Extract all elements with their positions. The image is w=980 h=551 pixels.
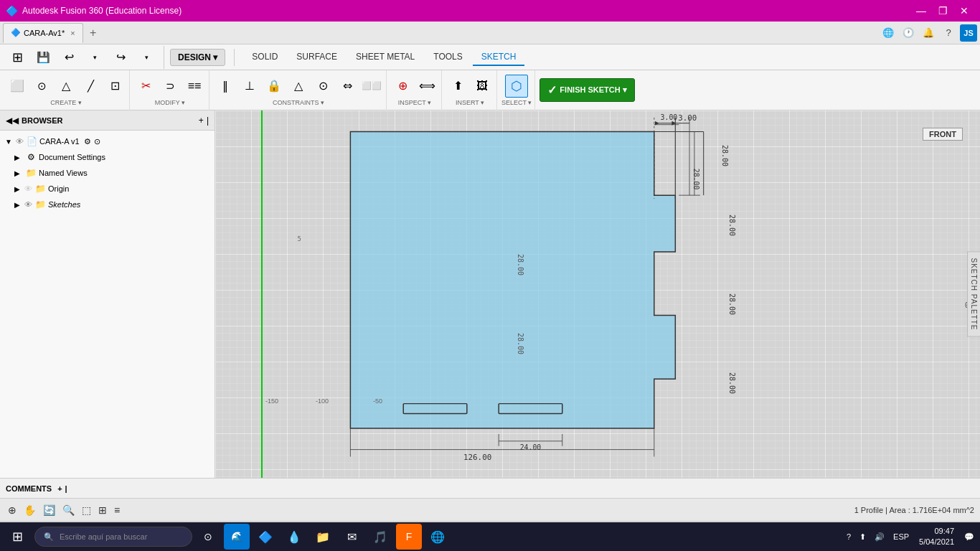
globe-icon[interactable]: 🌐 (880, 24, 897, 42)
sketches-expand-icon[interactable]: ▶ (11, 199, 23, 210)
status-hand-icon[interactable]: ✋ (22, 504, 38, 516)
parallel-constraint[interactable]: ‖ (214, 75, 237, 98)
canvas-area[interactable]: 3.00 3.00 28.00 (215, 110, 980, 478)
undo-dropdown[interactable]: ▾ (83, 46, 106, 69)
equal-constraint[interactable]: △ (287, 75, 310, 98)
taskbar-notification[interactable]: 💬 (961, 532, 977, 542)
start-button[interactable]: ⊞ (3, 524, 32, 550)
modify-label: MODIFY ▾ (155, 99, 185, 106)
point-tool[interactable]: ⊡ (103, 75, 126, 98)
origin-expand-icon[interactable]: ▶ (11, 183, 23, 194)
status-menu-icon[interactable]: ≡ (112, 504, 122, 516)
tree-document-settings[interactable]: ▶ ⚙ Document Settings (0, 149, 215, 165)
rectangle-tool[interactable]: ⬜ (6, 75, 29, 98)
status-table-icon[interactable]: ⊞ (96, 504, 109, 516)
search-bar[interactable]: 🔍 Escribe aquí para buscar (34, 527, 192, 547)
circle-tool[interactable]: ⊙ (30, 75, 53, 98)
redo-button[interactable]: ↪ (109, 46, 132, 69)
sketches-eye-icon[interactable]: 👁 (24, 200, 32, 209)
browser-panel: ◀◀ BROWSER + | ▼ 👁 📄 CARA-A v1 ⚙ ⊙ ▶ ⚙ D… (0, 110, 215, 478)
triangle-tool[interactable]: △ (55, 75, 77, 98)
clock-time: 09:47 (919, 526, 954, 537)
nav-tab-sketch[interactable]: SKETCH (473, 49, 525, 66)
undo-button[interactable]: ↩ (57, 46, 80, 69)
user-badge[interactable]: JS (960, 24, 977, 42)
taskbar-volume[interactable]: 🔊 (872, 532, 887, 542)
app-title: Autodesk Fusion 360 (Education License) (22, 6, 911, 16)
tab-close-button[interactable]: × (70, 29, 75, 37)
app-menu-button[interactable]: ⊞ (6, 46, 29, 69)
taskbar-language[interactable]: ESP (890, 532, 912, 541)
clock-icon[interactable]: 🕐 (900, 24, 917, 42)
trim-tool[interactable]: ✂ (134, 75, 157, 98)
taskbar-mail[interactable]: ✉ (339, 524, 364, 550)
taskbar-dropbox[interactable]: 💧 (281, 524, 307, 550)
help-icon[interactable]: ? (940, 24, 957, 42)
status-move-icon[interactable]: ⊕ (6, 504, 19, 516)
status-rotate-icon[interactable]: 🔄 (41, 504, 57, 516)
expand-icon[interactable]: ▼ (3, 136, 14, 147)
nav-tab-surface[interactable]: SURFACE (288, 49, 346, 66)
tab-right-icons: 🌐 🕐 🔔 ? JS (880, 24, 977, 42)
insert-image[interactable]: 🖼 (471, 75, 494, 98)
comments-collapse-icon[interactable]: | (65, 484, 67, 493)
tree-sketches[interactable]: ▶ 👁 📁 Sketches (0, 197, 215, 212)
taskbar-spotify[interactable]: 🎵 (367, 524, 393, 550)
mirror-tool[interactable]: ⇔ (336, 75, 359, 98)
new-tab-button[interactable]: + (85, 24, 102, 42)
tree-origin[interactable]: ▶ 👁 📁 Origin (0, 181, 215, 197)
inspect-icons: ⊕ ⟺ (391, 75, 438, 98)
bell-icon[interactable]: 🔔 (920, 24, 937, 42)
comments-add-icon[interactable]: + (57, 484, 62, 493)
browser-collapse-icon[interactable]: ◀◀ (6, 116, 19, 126)
browser-pin-icon[interactable]: | (207, 116, 209, 126)
active-tab[interactable]: 🔷 CARA-Av1* × (3, 23, 83, 43)
ellipse-tool[interactable]: ⊙ (311, 75, 334, 98)
minimize-button[interactable]: — (911, 3, 931, 19)
sketch-svg: 3.00 3.00 28.00 (215, 110, 980, 478)
taskbar-edge[interactable]: 🌊 (224, 524, 250, 550)
status-zoom-icon[interactable]: 🔍 (60, 504, 77, 516)
nav-tab-sheetmetal[interactable]: SHEET METAL (347, 49, 423, 66)
line-tool[interactable]: ╱ (79, 75, 102, 98)
inspect-tool[interactable]: ⊕ (391, 75, 414, 98)
origin-eye-icon[interactable]: 👁 (24, 184, 32, 193)
taskbar-office[interactable]: 🔷 (253, 524, 278, 550)
insert-dxf[interactable]: ⬆ (446, 75, 469, 98)
doc-expand-icon[interactable]: ▶ (11, 151, 23, 163)
tree-root-item[interactable]: ▼ 👁 📄 CARA-A v1 ⚙ ⊙ (0, 133, 215, 149)
close-button[interactable]: ✕ (954, 3, 974, 19)
taskbar-chrome[interactable]: 🌐 (425, 524, 451, 550)
taskbar-explorer[interactable]: 📁 (310, 524, 336, 550)
doc-settings-icon: ⚙ (24, 151, 37, 164)
nav-tab-tools[interactable]: TOOLS (425, 49, 471, 66)
item-options-icon[interactable]: ⚙ (84, 137, 91, 146)
taskbar-help[interactable]: ? (844, 532, 854, 541)
pattern-tool[interactable]: ≡≡ (183, 75, 206, 98)
eye-icon[interactable]: 👁 (16, 137, 24, 146)
perpendicular-constraint[interactable]: ⊥ (238, 75, 261, 98)
taskbar-fusion360[interactable]: F (396, 524, 422, 550)
save-button[interactable]: 💾 (32, 46, 55, 69)
redo-dropdown[interactable]: ▾ (135, 46, 158, 69)
extend-tool[interactable]: ⊃ (159, 75, 182, 98)
taskbar-update[interactable]: ⬆ (857, 532, 869, 542)
sketch-palette-tab[interactable]: SKETCH PALETTE (967, 251, 980, 336)
browser-add-icon[interactable]: + (199, 116, 204, 126)
lock-constraint[interactable]: 🔒 (263, 75, 286, 98)
finish-sketch-button[interactable]: ✓ FINISH SKETCH ▾ (540, 78, 634, 102)
taskbar-task-view[interactable]: ⊙ (195, 524, 221, 550)
symmetry-tool[interactable]: ⬜⬜ (360, 75, 383, 98)
measure-tool[interactable]: ⟺ (415, 75, 438, 98)
item-menu-icon[interactable]: ⊙ (94, 137, 100, 146)
design-dropdown-button[interactable]: DESIGN ▾ (170, 49, 225, 66)
status-grid-icon[interactable]: ⬚ (80, 504, 93, 516)
tree-named-views[interactable]: ▶ 📁 Named Views (0, 165, 215, 181)
inspect-group: ⊕ ⟺ INSPECT ▾ (388, 70, 442, 110)
svg-text:24.00: 24.00 (520, 443, 542, 451)
nav-tab-solid[interactable]: SOLID (243, 49, 286, 66)
named-views-expand-icon[interactable]: ▶ (11, 167, 23, 179)
select-tool[interactable]: ⬡ (505, 75, 528, 98)
sketches-label: Sketches (48, 200, 80, 209)
maximize-button[interactable]: ❐ (933, 3, 953, 19)
